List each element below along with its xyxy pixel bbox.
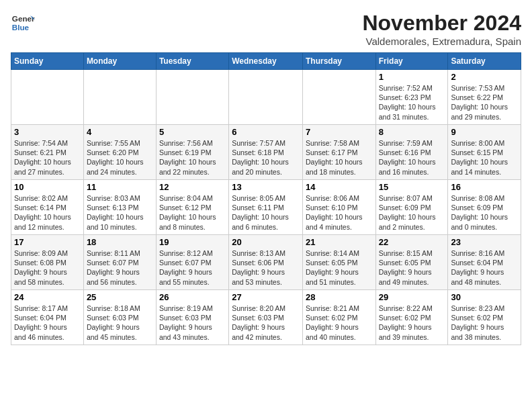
weekday-header-monday: Monday bbox=[83, 53, 156, 70]
weekday-header-wednesday: Wednesday bbox=[229, 53, 303, 70]
day-number: 26 bbox=[159, 292, 226, 302]
day-number: 17 bbox=[14, 237, 81, 247]
day-number: 10 bbox=[14, 182, 81, 192]
day-cell: 15Sunrise: 8:07 AM Sunset: 6:09 PM Dayli… bbox=[375, 180, 448, 235]
day-cell: 3Sunrise: 7:54 AM Sunset: 6:21 PM Daylig… bbox=[11, 125, 84, 180]
day-number: 28 bbox=[306, 292, 373, 302]
day-number: 27 bbox=[232, 292, 300, 302]
day-info: Sunrise: 8:22 AM Sunset: 6:02 PM Dayligh… bbox=[379, 304, 445, 342]
weekday-header-thursday: Thursday bbox=[302, 53, 375, 70]
day-info: Sunrise: 8:08 AM Sunset: 6:09 PM Dayligh… bbox=[451, 193, 518, 232]
day-cell bbox=[156, 70, 228, 125]
week-row-2: 3Sunrise: 7:54 AM Sunset: 6:21 PM Daylig… bbox=[11, 125, 521, 180]
day-info: Sunrise: 8:03 AM Sunset: 6:13 PM Dayligh… bbox=[87, 193, 153, 232]
day-number: 13 bbox=[232, 182, 300, 192]
day-info: Sunrise: 8:15 AM Sunset: 6:05 PM Dayligh… bbox=[379, 248, 445, 287]
day-info: Sunrise: 8:02 AM Sunset: 6:14 PM Dayligh… bbox=[14, 193, 81, 232]
day-cell: 30Sunrise: 8:23 AM Sunset: 6:02 PM Dayli… bbox=[448, 290, 521, 345]
day-info: Sunrise: 8:05 AM Sunset: 6:11 PM Dayligh… bbox=[232, 193, 300, 232]
header: General Blue General Blue November 2024 … bbox=[11, 11, 521, 47]
day-info: Sunrise: 8:19 AM Sunset: 6:03 PM Dayligh… bbox=[159, 304, 226, 342]
day-info: Sunrise: 8:09 AM Sunset: 6:08 PM Dayligh… bbox=[14, 248, 81, 287]
day-info: Sunrise: 8:04 AM Sunset: 6:12 PM Dayligh… bbox=[159, 193, 226, 232]
day-number: 7 bbox=[306, 127, 373, 137]
day-info: Sunrise: 8:16 AM Sunset: 6:04 PM Dayligh… bbox=[451, 248, 518, 287]
weekday-header-tuesday: Tuesday bbox=[156, 53, 228, 70]
day-number: 15 bbox=[379, 182, 445, 192]
logo-icon: General Blue bbox=[11, 11, 35, 35]
calendar-table: SundayMondayTuesdayWednesdayThursdayFrid… bbox=[11, 52, 521, 345]
week-row-3: 10Sunrise: 8:02 AM Sunset: 6:14 PM Dayli… bbox=[11, 180, 521, 235]
day-info: Sunrise: 7:59 AM Sunset: 6:16 PM Dayligh… bbox=[379, 138, 445, 177]
day-cell bbox=[302, 70, 375, 125]
day-number: 24 bbox=[14, 292, 81, 302]
day-info: Sunrise: 8:06 AM Sunset: 6:10 PM Dayligh… bbox=[306, 193, 373, 232]
day-cell: 8Sunrise: 7:59 AM Sunset: 6:16 PM Daylig… bbox=[375, 125, 448, 180]
location-subtitle: Valdemorales, Extremadura, Spain bbox=[362, 36, 521, 47]
day-cell: 24Sunrise: 8:17 AM Sunset: 6:04 PM Dayli… bbox=[11, 290, 84, 345]
day-number: 20 bbox=[232, 237, 300, 247]
day-info: Sunrise: 7:57 AM Sunset: 6:18 PM Dayligh… bbox=[232, 138, 300, 177]
day-info: Sunrise: 8:20 AM Sunset: 6:03 PM Dayligh… bbox=[232, 304, 300, 342]
day-info: Sunrise: 8:11 AM Sunset: 6:07 PM Dayligh… bbox=[87, 248, 153, 287]
day-number: 21 bbox=[306, 237, 373, 247]
day-info: Sunrise: 7:53 AM Sunset: 6:22 PM Dayligh… bbox=[451, 83, 518, 122]
day-number: 19 bbox=[159, 237, 226, 247]
day-cell: 2Sunrise: 7:53 AM Sunset: 6:22 PM Daylig… bbox=[448, 70, 521, 125]
day-cell: 5Sunrise: 7:56 AM Sunset: 6:19 PM Daylig… bbox=[156, 125, 228, 180]
day-number: 30 bbox=[451, 292, 518, 302]
day-cell: 4Sunrise: 7:55 AM Sunset: 6:20 PM Daylig… bbox=[83, 125, 156, 180]
day-cell: 21Sunrise: 8:14 AM Sunset: 6:05 PM Dayli… bbox=[302, 235, 375, 290]
week-row-5: 24Sunrise: 8:17 AM Sunset: 6:04 PM Dayli… bbox=[11, 290, 521, 345]
day-info: Sunrise: 7:54 AM Sunset: 6:21 PM Dayligh… bbox=[14, 138, 81, 177]
day-cell: 10Sunrise: 8:02 AM Sunset: 6:14 PM Dayli… bbox=[11, 180, 84, 235]
day-cell: 9Sunrise: 8:00 AM Sunset: 6:15 PM Daylig… bbox=[448, 125, 521, 180]
day-number: 16 bbox=[451, 182, 518, 192]
day-info: Sunrise: 8:21 AM Sunset: 6:02 PM Dayligh… bbox=[306, 304, 373, 342]
weekday-header-sunday: Sunday bbox=[11, 53, 84, 70]
week-row-1: 1Sunrise: 7:52 AM Sunset: 6:23 PM Daylig… bbox=[11, 70, 521, 125]
day-info: Sunrise: 7:56 AM Sunset: 6:19 PM Dayligh… bbox=[159, 138, 226, 177]
weekday-header-friday: Friday bbox=[375, 53, 448, 70]
day-info: Sunrise: 8:14 AM Sunset: 6:05 PM Dayligh… bbox=[306, 248, 373, 287]
day-cell: 13Sunrise: 8:05 AM Sunset: 6:11 PM Dayli… bbox=[229, 180, 303, 235]
day-info: Sunrise: 8:17 AM Sunset: 6:04 PM Dayligh… bbox=[14, 304, 81, 342]
day-cell: 12Sunrise: 8:04 AM Sunset: 6:12 PM Dayli… bbox=[156, 180, 228, 235]
day-number: 25 bbox=[87, 292, 153, 302]
day-cell: 28Sunrise: 8:21 AM Sunset: 6:02 PM Dayli… bbox=[302, 290, 375, 345]
day-cell: 16Sunrise: 8:08 AM Sunset: 6:09 PM Dayli… bbox=[448, 180, 521, 235]
day-cell: 11Sunrise: 8:03 AM Sunset: 6:13 PM Dayli… bbox=[83, 180, 156, 235]
day-number: 6 bbox=[232, 127, 300, 137]
day-number: 8 bbox=[379, 127, 445, 137]
day-number: 12 bbox=[159, 182, 226, 192]
day-number: 5 bbox=[159, 127, 226, 137]
day-number: 22 bbox=[379, 237, 445, 247]
day-number: 11 bbox=[87, 182, 153, 192]
day-cell: 6Sunrise: 7:57 AM Sunset: 6:18 PM Daylig… bbox=[229, 125, 303, 180]
weekday-header-saturday: Saturday bbox=[448, 53, 521, 70]
day-cell: 27Sunrise: 8:20 AM Sunset: 6:03 PM Dayli… bbox=[229, 290, 303, 345]
day-info: Sunrise: 8:00 AM Sunset: 6:15 PM Dayligh… bbox=[451, 138, 518, 177]
day-info: Sunrise: 8:07 AM Sunset: 6:09 PM Dayligh… bbox=[379, 193, 445, 232]
day-number: 1 bbox=[379, 72, 445, 82]
day-cell: 22Sunrise: 8:15 AM Sunset: 6:05 PM Dayli… bbox=[375, 235, 448, 290]
day-info: Sunrise: 8:23 AM Sunset: 6:02 PM Dayligh… bbox=[451, 304, 518, 342]
day-cell: 7Sunrise: 7:58 AM Sunset: 6:17 PM Daylig… bbox=[302, 125, 375, 180]
svg-text:Blue: Blue bbox=[12, 23, 30, 32]
day-info: Sunrise: 8:13 AM Sunset: 6:06 PM Dayligh… bbox=[232, 248, 300, 287]
day-number: 23 bbox=[451, 237, 518, 247]
day-number: 4 bbox=[87, 127, 153, 137]
day-number: 18 bbox=[87, 237, 153, 247]
day-cell: 1Sunrise: 7:52 AM Sunset: 6:23 PM Daylig… bbox=[375, 70, 448, 125]
day-cell bbox=[11, 70, 84, 125]
day-info: Sunrise: 8:18 AM Sunset: 6:03 PM Dayligh… bbox=[87, 304, 153, 342]
logo: General Blue General Blue bbox=[11, 11, 35, 35]
day-cell: 17Sunrise: 8:09 AM Sunset: 6:08 PM Dayli… bbox=[11, 235, 84, 290]
day-info: Sunrise: 7:52 AM Sunset: 6:23 PM Dayligh… bbox=[379, 83, 445, 122]
month-title: November 2024 bbox=[362, 11, 521, 36]
day-cell bbox=[229, 70, 303, 125]
day-cell: 14Sunrise: 8:06 AM Sunset: 6:10 PM Dayli… bbox=[302, 180, 375, 235]
day-cell: 25Sunrise: 8:18 AM Sunset: 6:03 PM Dayli… bbox=[83, 290, 156, 345]
title-area: November 2024 Valdemorales, Extremadura,… bbox=[362, 11, 521, 47]
day-cell: 19Sunrise: 8:12 AM Sunset: 6:07 PM Dayli… bbox=[156, 235, 228, 290]
